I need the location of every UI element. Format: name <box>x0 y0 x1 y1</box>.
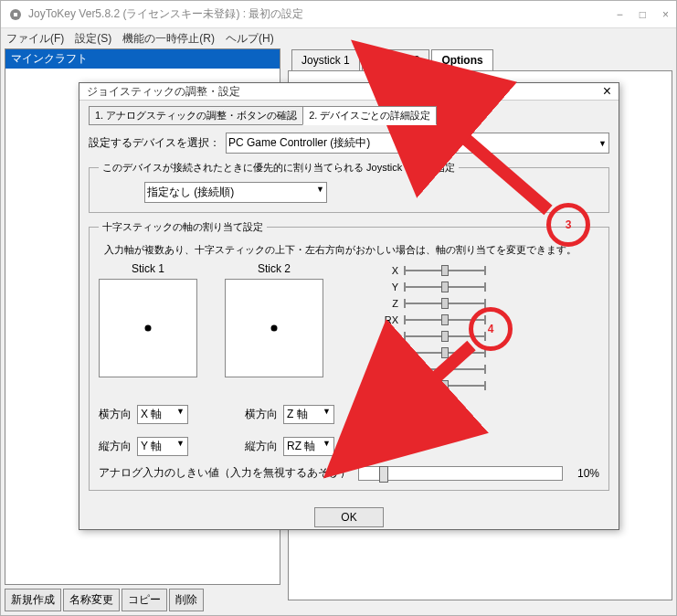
delete-profile-button[interactable]: 削除 <box>169 589 204 611</box>
device-select-label: 設定するデバイスを選択： <box>89 135 220 151</box>
close-button[interactable]: × <box>662 8 669 21</box>
sub-tab-strip: 1. アナログスティックの調整・ボタンの確認 2. デバイスごとの詳細設定 <box>89 106 609 125</box>
threshold-label: アナログ入力のしきい値（入力を無視するあそび） <box>99 465 351 481</box>
menu-bar: ファイル(F) 設定(S) 機能の一時停止(R) ヘルプ(H) <box>1 28 676 48</box>
chevron-down-icon: ▼ <box>316 185 324 200</box>
rename-profile-button[interactable]: 名称変更 <box>63 589 120 611</box>
priority-select[interactable]: 指定なし (接続順) ▼ <box>144 182 327 203</box>
axis-label-z: Z <box>358 298 398 309</box>
title-bar: JoyToKey Ver5.8.2 (ライセンスキー未登録) : 最初の設定 −… <box>1 1 676 28</box>
axis-label-ry: RY <box>358 331 398 342</box>
priority-select-value: 指定なし (接続順) <box>147 185 234 200</box>
menu-settings[interactable]: 設定(S) <box>75 31 111 47</box>
dialog-close-button[interactable]: × <box>603 83 611 100</box>
axis-group-label: 十字スティックの軸の割り当て設定 <box>99 220 267 234</box>
axis-slider-z[interactable] <box>404 303 486 304</box>
svg-rect-1 <box>14 13 17 16</box>
axis-label-rz: RZ <box>358 347 398 358</box>
axis-label-rx: RX <box>358 314 398 325</box>
axis-label-s1: Slider1 <box>358 364 398 375</box>
dialog-title: ジョイスティックの調整・設定 <box>87 84 603 100</box>
maximize-button[interactable]: □ <box>640 8 646 21</box>
axis-slider-slider1[interactable] <box>404 368 486 370</box>
app-icon <box>8 7 23 22</box>
stick2-v-label: 縦方向 <box>245 439 278 454</box>
device-select-value: PC Game Controller (接続中) <box>228 135 370 151</box>
priority-group-label: このデバイスが接続されたときに優先的に割り当てられる Joystick 番号を指… <box>99 161 459 175</box>
profile-item-selected[interactable]: マインクラフト <box>5 49 280 69</box>
threshold-value: 10% <box>570 467 599 480</box>
device-select[interactable]: PC Game Controller (接続中) ▼ <box>226 133 609 154</box>
stick1-h-label: 横方向 <box>99 407 132 422</box>
axis-label-y: Y <box>358 281 398 292</box>
menu-help[interactable]: ヘルプ(H) <box>226 31 274 47</box>
stick1-h-select[interactable]: X 軸▼ <box>137 405 188 424</box>
minimize-button[interactable]: − <box>617 8 623 21</box>
stick2-h-label: 横方向 <box>245 407 278 422</box>
stick2-h-select[interactable]: Z 軸▼ <box>283 405 334 424</box>
axis-label-s2: Slider2 <box>358 380 398 391</box>
dialog-title-bar: ジョイスティックの調整・設定 × <box>79 83 619 101</box>
stick1-v-select[interactable]: Y 軸▼ <box>137 437 188 456</box>
tab-joystick2[interactable]: Joystick 2 <box>362 49 430 70</box>
axis-label-x: X <box>358 265 398 276</box>
annotation-circle-4: 4 <box>469 307 513 351</box>
chevron-down-icon: ▼ <box>323 407 331 422</box>
annotation-circle-3: 3 <box>546 203 590 247</box>
chevron-down-icon: ▼ <box>598 139 607 148</box>
stick2-v-select[interactable]: RZ 軸▼ <box>283 437 334 456</box>
tab-options[interactable]: Options <box>431 49 492 70</box>
stick1-visualizer <box>99 279 197 377</box>
axis-slider-slider2[interactable] <box>404 385 486 387</box>
menu-pause[interactable]: 機能の一時停止(R) <box>122 31 215 47</box>
priority-group: このデバイスが接続されたときに優先的に割り当てられる Joystick 番号を指… <box>89 161 609 213</box>
axis-slider-y[interactable] <box>404 286 486 288</box>
tab-joystick1[interactable]: Joystick 1 <box>291 49 360 70</box>
copy-profile-button[interactable]: コピー <box>122 589 167 611</box>
tab-strip: Joystick 1 Joystick 2 Options <box>284 48 676 70</box>
chevron-down-icon: ▼ <box>176 439 185 454</box>
chevron-down-icon: ▼ <box>176 407 185 422</box>
stick2-label: Stick 2 <box>258 262 291 275</box>
stick1-label: Stick 1 <box>132 262 164 275</box>
new-profile-button[interactable]: 新規作成 <box>5 589 61 611</box>
ok-button[interactable]: OK <box>314 507 383 527</box>
subtab-device-detail[interactable]: 2. デバイスごとの詳細設定 <box>302 106 437 125</box>
axis-slider-rz[interactable] <box>404 352 486 354</box>
axis-group: 十字スティックの軸の割り当て設定 入力軸が複数あり、十字スティックの上下・左右方… <box>89 220 609 491</box>
stick1-v-label: 縦方向 <box>99 439 132 454</box>
stick2-visualizer <box>225 279 323 377</box>
chevron-down-icon: ▼ <box>323 439 331 454</box>
joystick-settings-dialog: ジョイスティックの調整・設定 × 1. アナログスティックの調整・ボタンの確認 … <box>79 82 619 530</box>
subtab-analog-check[interactable]: 1. アナログスティックの調整・ボタンの確認 <box>89 106 303 125</box>
axis-note: 入力軸が複数あり、十字スティックの上下・左右方向がおかしい場合は、軸の割り当てを… <box>104 243 599 257</box>
axis-sliders: X Y Z RX RY RZ Slider1 Slider2 <box>358 262 486 394</box>
threshold-slider[interactable] <box>358 466 563 481</box>
menu-file[interactable]: ファイル(F) <box>6 31 64 47</box>
window-title: JoyToKey Ver5.8.2 (ライセンスキー未登録) : 最初の設定 <box>28 6 617 22</box>
axis-slider-x[interactable] <box>404 270 486 271</box>
